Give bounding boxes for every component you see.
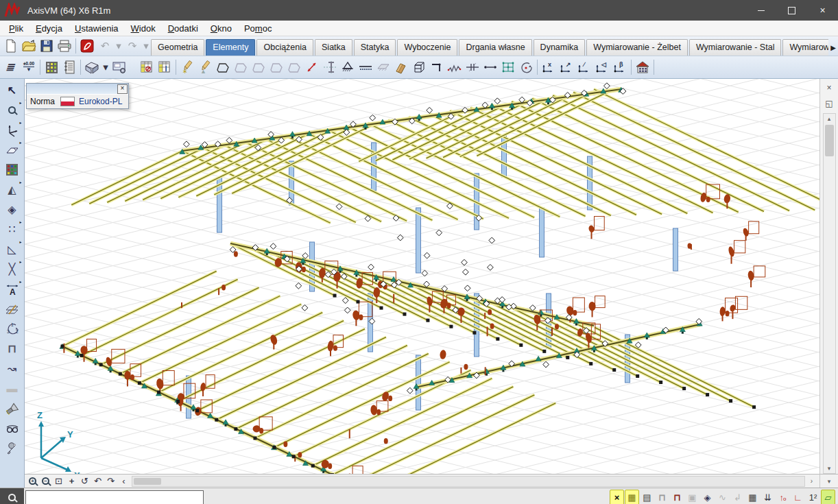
domain-refine-button[interactable] — [250, 58, 267, 76]
save-drawing-button[interactable] — [110, 58, 128, 76]
detail-button[interactable]: ▣ — [685, 490, 699, 504]
menu-okno[interactable]: Okno — [204, 22, 238, 35]
mdi-restore-button[interactable]: ◱ — [822, 97, 836, 110]
line-elements-button[interactable] — [303, 58, 321, 76]
menu-pomoc[interactable]: Pomoc — [238, 22, 278, 35]
open-file-button[interactable] — [20, 37, 38, 55]
command-input[interactable] — [25, 490, 204, 504]
surface-support-button[interactable] — [374, 58, 392, 76]
tab-elementy[interactable]: Elementy — [206, 39, 255, 56]
zoom-out-button[interactable]: − — [39, 475, 52, 488]
dimension-button[interactable]: A▸ — [2, 279, 23, 299]
domain-copy-button[interactable] — [285, 58, 303, 76]
zoom-button[interactable]: ▸ — [2, 100, 23, 120]
parts-button[interactable]: ⊓ — [2, 339, 23, 359]
rotate-view-button[interactable]: ↺ — [78, 475, 91, 488]
scroll-right-arrow[interactable]: › — [805, 475, 818, 488]
model-viewport[interactable]: ZYX × Norma Eurokod-PL — [25, 79, 819, 474]
local-x-button[interactable]: x — [540, 58, 558, 76]
edge-hinge-button[interactable] — [428, 58, 446, 76]
material-table-button[interactable]: ⊘ — [138, 58, 156, 76]
pdf-export-button[interactable] — [78, 37, 96, 55]
drawings-dropdown[interactable]: ▾ — [101, 58, 110, 76]
model-canvas[interactable]: ZYX — [25, 79, 819, 474]
tab-statyka[interactable]: Statyka — [354, 39, 396, 56]
draw-node-button[interactable]: ∗ — [178, 58, 196, 76]
horizontal-scrollbar[interactable] — [132, 476, 805, 487]
menu-ustawienia[interactable]: Ustawienia — [69, 22, 125, 35]
save-button[interactable] — [38, 37, 56, 55]
local-direction-button[interactable]: ↗ — [558, 58, 575, 76]
tab-dynamika[interactable]: Dynamika — [534, 39, 586, 56]
domain-mesh-button[interactable] — [499, 58, 517, 76]
print-button[interactable] — [56, 37, 73, 55]
mdi-close-button[interactable]: × — [822, 81, 836, 95]
menu-widok[interactable]: Widok — [125, 22, 162, 35]
drawings-library-button[interactable] — [83, 58, 101, 76]
auto-intersect-toggle[interactable]: × — [610, 490, 624, 504]
section-segment-button[interactable]: ↝ — [2, 359, 23, 379]
local-angle-button[interactable]: ∕ — [575, 58, 593, 76]
intersect-button[interactable]: ╳▸ — [2, 259, 23, 279]
vertical-scroll-thumb[interactable] — [825, 125, 834, 156]
domain-hole-button[interactable] — [232, 58, 250, 76]
move-button[interactable]: ◈ — [2, 200, 23, 219]
domain-button[interactable] — [214, 58, 232, 76]
maximize-button[interactable] — [776, 0, 807, 21]
fit-parts-button[interactable]: ◈ — [700, 490, 715, 504]
table-browser-button[interactable] — [43, 58, 60, 76]
pan-button[interactable]: + — [65, 475, 78, 488]
section-table-button[interactable]: I — [156, 58, 173, 76]
transform-button[interactable]: ◭▸ — [2, 180, 23, 200]
zoom-in-button[interactable]: + — [26, 475, 39, 488]
horizontal-scroll-thumb[interactable] — [134, 478, 161, 485]
close-button[interactable]: × — [807, 0, 838, 21]
menu-edycja[interactable]: Edycja — [29, 22, 69, 35]
tab-overflow-arrow[interactable]: ▶ — [828, 44, 838, 56]
design-code-label[interactable]: Eurokod-PL — [79, 97, 122, 106]
local-beta-button[interactable]: β — [611, 58, 629, 76]
beam-section-button[interactable] — [321, 58, 339, 76]
report-maker-button[interactable] — [60, 58, 78, 76]
local-axes-toggle[interactable]: ∟ — [791, 490, 805, 504]
load-display-toggle[interactable]: ⇊ — [761, 490, 775, 504]
settings-button[interactable] — [2, 438, 23, 458]
gap-element-button[interactable] — [464, 58, 481, 76]
parts-active-button[interactable]: ⊓ — [670, 490, 684, 504]
story-level-button[interactable]: ±0.00▼ — [20, 58, 38, 76]
cursor-snap-toggle[interactable]: ▦ — [625, 490, 639, 504]
mesh-display-toggle[interactable]: ▦ — [745, 490, 760, 504]
menu-plik[interactable]: Plik — [3, 22, 29, 35]
spring-button[interactable] — [446, 58, 464, 76]
scroll-up-arrow[interactable]: ▴ — [824, 114, 835, 123]
display-options-button[interactable] — [2, 418, 23, 438]
search-button[interactable] — [0, 488, 24, 504]
tab-wymiarowanie-d[interactable]: Wymiarowanie - D — [782, 39, 828, 56]
dof-button[interactable] — [517, 58, 535, 76]
views-button[interactable]: ▸ — [2, 120, 23, 140]
zoom-fit-button[interactable]: ⊡ — [52, 475, 65, 488]
section-line-button[interactable]: ∿ — [715, 490, 730, 504]
tab-drgania-w-asne[interactable]: Drgania własne — [459, 39, 531, 56]
mesh-refine-button[interactable]: ∷▸ — [2, 219, 23, 239]
tab-wymiarowanie-elbet[interactable]: Wymiarowanie - Żelbet — [586, 39, 688, 56]
virtual-beam-button[interactable]: ▬ — [2, 379, 23, 398]
norma-close-button[interactable]: × — [117, 84, 128, 94]
numbering-toggle[interactable]: 1² — [806, 490, 820, 504]
reaction-display-toggle[interactable]: ↑o — [776, 490, 790, 504]
domain-cover-button[interactable] — [267, 58, 285, 76]
path-button[interactable]: ↲ — [730, 490, 745, 504]
nodal-support-button[interactable] — [339, 58, 357, 76]
storey-view-button[interactable] — [634, 58, 651, 76]
geometry-tools-button[interactable]: ◺▸ — [2, 239, 23, 259]
tab-obci-enia[interactable]: Obciążenia — [256, 39, 313, 56]
line-support-button[interactable] — [357, 58, 374, 76]
draw-line-button[interactable]: ▲ — [196, 58, 214, 76]
tab-geometria[interactable]: Geometria — [151, 39, 204, 56]
searchlight-button[interactable] — [2, 398, 23, 418]
local-plane-button[interactable]: ◁ — [593, 58, 611, 76]
workplane-toggle[interactable]: ▱ — [821, 490, 835, 504]
select-button[interactable]: ↖ — [2, 80, 23, 100]
link-element-button[interactable] — [481, 58, 499, 76]
norma-panel-titlebar[interactable]: × — [27, 84, 128, 94]
